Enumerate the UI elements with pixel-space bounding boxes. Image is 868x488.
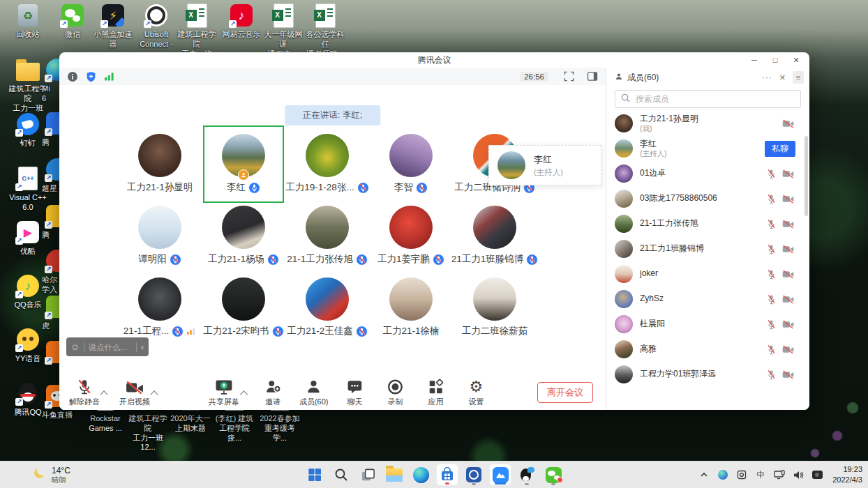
weather-widget[interactable]: 14°C 晴朗 xyxy=(32,466,70,485)
member-list-scrollbar[interactable] xyxy=(805,136,808,216)
taskbar-app-search[interactable] xyxy=(330,464,352,486)
leave-meeting-button[interactable]: 离开会议 xyxy=(537,382,593,403)
desktop-icon-wechat[interactable]: ↗微信 xyxy=(50,3,95,40)
layout-toggle-icon[interactable] xyxy=(586,70,599,83)
taskbar-app-edge[interactable] xyxy=(410,464,432,486)
member-mic-off-icon[interactable] xyxy=(767,294,776,305)
member-row[interactable]: ZyhSz xyxy=(606,287,804,312)
chat-button[interactable]: 聊天 xyxy=(341,379,368,407)
participant-tile[interactable]: 工力21-1杨场 xyxy=(202,206,285,277)
tray-chevron-up-icon[interactable] xyxy=(698,468,710,481)
participant-tile[interactable]: 李红 xyxy=(202,134,285,206)
member-row[interactable]: 工程力学01班郭泽远 xyxy=(606,362,804,387)
panel-more-button[interactable]: ··· xyxy=(762,73,772,82)
member-search-box[interactable] xyxy=(615,90,801,108)
desktop-icon-heybox[interactable]: ⚡↗小黑盒加速器 xyxy=(91,3,135,49)
private-chat-button[interactable]: 私聊 xyxy=(765,141,795,157)
member-row[interactable]: 21工力1班滕锦博 xyxy=(606,236,804,261)
settings-button[interactable]: ⚙设置 xyxy=(462,379,490,407)
member-row[interactable]: joker xyxy=(606,261,804,287)
taskbar-app-start[interactable] xyxy=(304,464,326,486)
member-camera-off-icon[interactable] xyxy=(782,195,794,204)
member-mic-off-icon[interactable] xyxy=(767,269,776,280)
apps-button[interactable]: 应用 xyxy=(421,379,449,407)
share-screen-caret[interactable] xyxy=(239,390,247,398)
member-mic-off-icon[interactable] xyxy=(767,194,776,204)
desktop-icon-ubisoft-connect[interactable]: ↗UbisoftConnect - xyxy=(134,3,179,49)
taskbar-clock[interactable]: 19:23 2022/4/3 xyxy=(832,464,862,485)
member-row[interactable]: 工力21-1孙显明(我) xyxy=(606,111,804,136)
member-row[interactable]: 杜晨阳 xyxy=(606,312,804,337)
member-mic-off-icon[interactable] xyxy=(767,169,776,179)
members-button[interactable]: 成员(60) xyxy=(299,379,329,407)
tray-edge-icon[interactable] xyxy=(717,468,729,481)
member-camera-off-icon[interactable] xyxy=(782,270,794,279)
taskbar-app-task-view[interactable] xyxy=(357,464,379,486)
invite-button[interactable]: 邀请 xyxy=(259,379,287,407)
participant-tile[interactable]: 工力21-2王佳鑫 xyxy=(285,277,369,349)
member-mic-off-icon[interactable] xyxy=(767,344,776,355)
participant-tile[interactable]: 21工力1班滕锦博 xyxy=(453,206,537,277)
network-signal-icon[interactable] xyxy=(103,70,115,83)
tray-monitor-icon[interactable] xyxy=(773,468,786,481)
desktop-icon-recycle-bin[interactable]: ♻回收站 xyxy=(6,3,50,40)
minimize-button[interactable]: ─ xyxy=(744,52,765,68)
desktop-icon-excel-teachers[interactable]: X各公选学科任课老师联... xyxy=(303,3,347,59)
unmute-button[interactable]: 解除静音 xyxy=(69,379,100,407)
quick-chat-bar[interactable]: ☺ ‹ xyxy=(66,337,149,356)
meeting-info-icon[interactable] xyxy=(66,70,79,83)
maximize-button[interactable]: □ xyxy=(765,52,786,68)
quick-chat-input[interactable] xyxy=(84,343,136,351)
member-camera-off-icon[interactable] xyxy=(782,320,794,329)
tray-ime-zh-icon[interactable]: 中 xyxy=(754,468,767,481)
participant-tile[interactable]: 21-1工力张传旭 xyxy=(285,206,369,277)
member-camera-off-icon[interactable] xyxy=(782,370,794,379)
participant-tile[interactable]: 工力21-1徐楠 xyxy=(369,277,453,349)
taskbar-app-tencent-meeting[interactable] xyxy=(489,464,511,486)
member-row[interactable]: 高雅 xyxy=(606,337,804,362)
taskbar-app-explorer[interactable] xyxy=(383,464,405,486)
member-row[interactable]: 01边卓 xyxy=(606,161,804,186)
member-mic-off-icon[interactable] xyxy=(767,319,776,330)
participant-tile[interactable]: 工力21-1孙显明 xyxy=(118,134,202,206)
member-camera-off-icon[interactable] xyxy=(782,295,794,304)
close-button[interactable]: ✕ xyxy=(786,52,807,68)
window-titlebar[interactable]: 腾讯会议 ─ □ ✕ xyxy=(59,52,809,68)
member-mic-off-icon[interactable] xyxy=(767,219,776,229)
taskbar-app-store[interactable] xyxy=(436,464,458,486)
taskbar-app-docs-blue[interactable] xyxy=(463,464,485,486)
collapse-chat-icon[interactable]: ‹ xyxy=(136,342,149,352)
emoji-icon[interactable]: ☺ xyxy=(66,342,84,352)
member-camera-off-icon[interactable] xyxy=(782,220,794,229)
tray-volume-icon[interactable] xyxy=(792,468,805,481)
participant-tile[interactable]: 谭明阳 xyxy=(118,206,202,277)
participant-tile[interactable]: 工力1姜宇鹏 xyxy=(369,206,453,277)
panel-close-button[interactable]: ✕ xyxy=(779,73,786,82)
unmute-caret[interactable] xyxy=(100,390,107,398)
member-mic-off-icon[interactable] xyxy=(767,369,776,380)
fullscreen-icon[interactable] xyxy=(562,70,575,83)
meeting-security-shield-icon[interactable] xyxy=(84,70,97,83)
record-button[interactable]: 录制 xyxy=(381,379,409,407)
participant-tile[interactable]: 工力二班徐薪茹 xyxy=(453,277,537,349)
desktop-icon-netease-music[interactable]: ♪↗网易云音乐 xyxy=(219,3,264,40)
participant-tile[interactable]: 工力21-2宋昀书 xyxy=(202,277,285,349)
member-camera-off-icon[interactable] xyxy=(782,169,794,178)
member-mic-off-icon[interactable] xyxy=(767,244,776,254)
tray-camera-icon[interactable] xyxy=(811,468,823,481)
taskbar-app-qq[interactable] xyxy=(516,464,538,486)
member-camera-off-icon[interactable] xyxy=(782,345,794,354)
member-row[interactable]: 21-1工力张传旭 xyxy=(606,211,804,236)
member-camera-off-icon[interactable] xyxy=(782,119,794,128)
member-search-input[interactable] xyxy=(634,93,795,105)
participant-tile[interactable]: 工力19-1-28张... xyxy=(285,134,369,206)
participant-tile[interactable]: 李智 xyxy=(369,134,453,206)
tray-ime-tool-icon[interactable] xyxy=(735,468,748,481)
share-screen-button[interactable]: 共享屏幕 xyxy=(209,379,239,407)
panel-menu-icon[interactable]: ≡ xyxy=(793,71,804,84)
member-row[interactable]: 李红(主持人)私聊 xyxy=(606,136,804,161)
start-video-button[interactable]: 开启视频 xyxy=(119,379,150,407)
member-camera-off-icon[interactable] xyxy=(782,245,794,254)
member-row[interactable]: 03陈龙17758860506 xyxy=(606,186,804,211)
start-video-caret[interactable] xyxy=(150,390,158,398)
